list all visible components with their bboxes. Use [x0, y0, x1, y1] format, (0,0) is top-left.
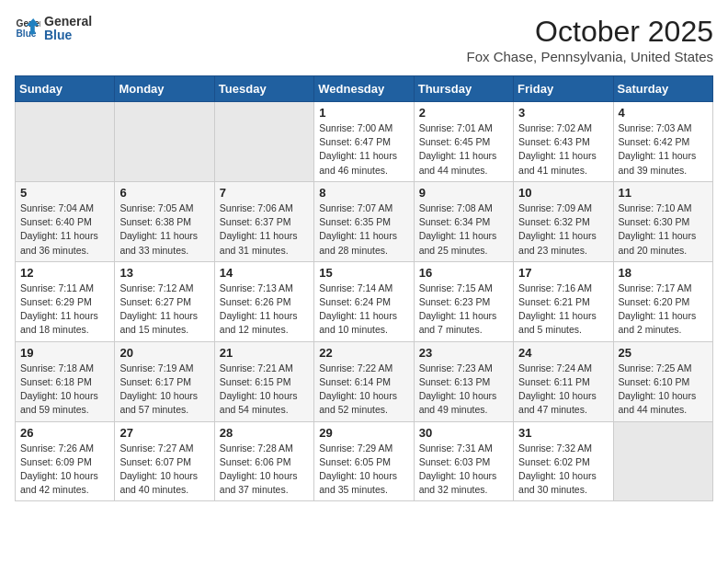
day-number: 24	[518, 346, 608, 360]
day-number: 9	[419, 186, 508, 200]
day-header-sunday: Sunday	[16, 76, 115, 102]
day-info: Sunrise: 7:06 AMSunset: 6:37 PMDaylight:…	[220, 201, 309, 258]
day-info: Sunrise: 7:10 AMSunset: 6:30 PMDaylight:…	[619, 201, 708, 258]
day-info: Sunrise: 7:23 AMSunset: 6:13 PMDaylight:…	[419, 362, 508, 418]
day-number: 14	[220, 266, 309, 280]
day-cell: 23Sunrise: 7:23 AMSunset: 6:13 PMDayligh…	[414, 341, 513, 421]
day-info: Sunrise: 7:09 AMSunset: 6:32 PMDaylight:…	[518, 201, 608, 258]
day-number: 10	[518, 186, 608, 200]
location-title: Fox Chase, Pennsylvania, United States	[467, 49, 713, 64]
day-cell: 6Sunrise: 7:05 AMSunset: 6:38 PMDaylight…	[115, 181, 214, 261]
logo: General Blue General Blue	[15, 15, 92, 43]
week-row-5: 26Sunrise: 7:26 AMSunset: 6:09 PMDayligh…	[16, 421, 713, 501]
day-number: 3	[518, 106, 608, 120]
day-number: 4	[619, 106, 708, 120]
day-number: 13	[119, 266, 209, 280]
day-cell: 16Sunrise: 7:15 AMSunset: 6:23 PMDayligh…	[414, 261, 513, 341]
day-number: 11	[619, 186, 708, 200]
day-header-tuesday: Tuesday	[214, 76, 313, 102]
day-info: Sunrise: 7:29 AMSunset: 6:05 PMDaylight:…	[319, 442, 408, 498]
week-row-2: 5Sunrise: 7:04 AMSunset: 6:40 PMDaylight…	[16, 181, 713, 261]
calendar-header-row: SundayMondayTuesdayWednesdayThursdayFrid…	[16, 76, 713, 102]
day-cell: 24Sunrise: 7:24 AMSunset: 6:11 PMDayligh…	[514, 341, 613, 421]
day-number: 21	[220, 346, 309, 360]
day-info: Sunrise: 7:02 AMSunset: 6:43 PMDaylight:…	[518, 121, 608, 178]
day-info: Sunrise: 7:26 AMSunset: 6:09 PMDaylight:…	[20, 442, 109, 498]
day-info: Sunrise: 7:22 AMSunset: 6:14 PMDaylight:…	[319, 362, 408, 418]
week-row-3: 12Sunrise: 7:11 AMSunset: 6:29 PMDayligh…	[16, 261, 713, 341]
day-cell: 1Sunrise: 7:00 AMSunset: 6:47 PMDaylight…	[314, 102, 414, 182]
week-row-4: 19Sunrise: 7:18 AMSunset: 6:18 PMDayligh…	[16, 341, 713, 421]
day-number: 15	[319, 266, 408, 280]
day-info: Sunrise: 7:12 AMSunset: 6:27 PMDaylight:…	[119, 282, 209, 338]
day-info: Sunrise: 7:08 AMSunset: 6:34 PMDaylight:…	[419, 201, 508, 258]
day-info: Sunrise: 7:24 AMSunset: 6:11 PMDaylight:…	[518, 362, 608, 418]
day-info: Sunrise: 7:28 AMSunset: 6:06 PMDaylight:…	[220, 442, 309, 498]
day-info: Sunrise: 7:14 AMSunset: 6:24 PMDaylight:…	[319, 282, 408, 338]
day-cell: 15Sunrise: 7:14 AMSunset: 6:24 PMDayligh…	[314, 261, 414, 341]
day-cell	[16, 102, 115, 182]
day-info: Sunrise: 7:18 AMSunset: 6:18 PMDaylight:…	[20, 362, 109, 418]
day-cell: 29Sunrise: 7:29 AMSunset: 6:05 PMDayligh…	[314, 421, 414, 501]
day-number: 7	[220, 186, 309, 200]
day-cell: 11Sunrise: 7:10 AMSunset: 6:30 PMDayligh…	[613, 181, 712, 261]
day-info: Sunrise: 7:04 AMSunset: 6:40 PMDaylight:…	[20, 201, 109, 258]
day-number: 25	[619, 346, 708, 360]
day-cell: 25Sunrise: 7:25 AMSunset: 6:10 PMDayligh…	[613, 341, 712, 421]
day-info: Sunrise: 7:13 AMSunset: 6:26 PMDaylight:…	[220, 282, 309, 338]
day-number: 31	[518, 426, 608, 440]
day-cell: 21Sunrise: 7:21 AMSunset: 6:15 PMDayligh…	[214, 341, 313, 421]
day-number: 16	[419, 266, 508, 280]
day-number: 5	[20, 186, 109, 200]
day-number: 12	[20, 266, 109, 280]
day-cell: 2Sunrise: 7:01 AMSunset: 6:45 PMDaylight…	[414, 102, 513, 182]
day-info: Sunrise: 7:03 AMSunset: 6:42 PMDaylight:…	[619, 121, 708, 178]
day-number: 23	[419, 346, 508, 360]
day-number: 2	[419, 106, 508, 120]
calendar-body: 1Sunrise: 7:00 AMSunset: 6:47 PMDaylight…	[16, 102, 713, 501]
day-info: Sunrise: 7:15 AMSunset: 6:23 PMDaylight:…	[419, 282, 508, 338]
day-cell: 12Sunrise: 7:11 AMSunset: 6:29 PMDayligh…	[16, 261, 115, 341]
day-cell: 9Sunrise: 7:08 AMSunset: 6:34 PMDaylight…	[414, 181, 513, 261]
day-cell	[115, 102, 214, 182]
day-number: 1	[319, 106, 408, 120]
day-cell: 14Sunrise: 7:13 AMSunset: 6:26 PMDayligh…	[214, 261, 313, 341]
day-number: 28	[220, 426, 309, 440]
day-number: 6	[119, 186, 209, 200]
week-row-1: 1Sunrise: 7:00 AMSunset: 6:47 PMDaylight…	[16, 102, 713, 182]
logo-general-text: General	[44, 15, 92, 29]
day-info: Sunrise: 7:21 AMSunset: 6:15 PMDaylight:…	[220, 362, 309, 418]
day-info: Sunrise: 7:01 AMSunset: 6:45 PMDaylight:…	[419, 121, 508, 178]
day-info: Sunrise: 7:07 AMSunset: 6:35 PMDaylight:…	[319, 201, 408, 258]
day-cell: 28Sunrise: 7:28 AMSunset: 6:06 PMDayligh…	[214, 421, 313, 501]
header: General Blue General Blue October 2025 F…	[15, 15, 713, 64]
day-info: Sunrise: 7:05 AMSunset: 6:38 PMDaylight:…	[119, 201, 209, 258]
day-number: 20	[119, 346, 209, 360]
day-cell	[214, 102, 313, 182]
calendar-table: SundayMondayTuesdayWednesdayThursdayFrid…	[15, 75, 713, 501]
day-cell: 22Sunrise: 7:22 AMSunset: 6:14 PMDayligh…	[314, 341, 414, 421]
day-info: Sunrise: 7:19 AMSunset: 6:17 PMDaylight:…	[119, 362, 209, 418]
day-cell: 26Sunrise: 7:26 AMSunset: 6:09 PMDayligh…	[16, 421, 115, 501]
day-cell: 27Sunrise: 7:27 AMSunset: 6:07 PMDayligh…	[115, 421, 214, 501]
day-info: Sunrise: 7:16 AMSunset: 6:21 PMDaylight:…	[518, 282, 608, 338]
day-info: Sunrise: 7:32 AMSunset: 6:02 PMDaylight:…	[518, 442, 608, 498]
day-cell: 8Sunrise: 7:07 AMSunset: 6:35 PMDaylight…	[314, 181, 414, 261]
day-info: Sunrise: 7:27 AMSunset: 6:07 PMDaylight:…	[119, 442, 209, 498]
day-number: 17	[518, 266, 608, 280]
day-info: Sunrise: 7:11 AMSunset: 6:29 PMDaylight:…	[20, 282, 109, 338]
day-cell: 3Sunrise: 7:02 AMSunset: 6:43 PMDaylight…	[514, 102, 613, 182]
day-info: Sunrise: 7:25 AMSunset: 6:10 PMDaylight:…	[619, 362, 708, 418]
day-cell: 19Sunrise: 7:18 AMSunset: 6:18 PMDayligh…	[16, 341, 115, 421]
day-number: 19	[20, 346, 109, 360]
day-number: 30	[419, 426, 508, 440]
title-section: October 2025 Fox Chase, Pennsylvania, Un…	[467, 15, 713, 64]
day-cell: 4Sunrise: 7:03 AMSunset: 6:42 PMDaylight…	[613, 102, 712, 182]
day-cell: 31Sunrise: 7:32 AMSunset: 6:02 PMDayligh…	[514, 421, 613, 501]
day-cell: 17Sunrise: 7:16 AMSunset: 6:21 PMDayligh…	[514, 261, 613, 341]
logo-icon: General Blue	[15, 16, 40, 41]
day-cell: 5Sunrise: 7:04 AMSunset: 6:40 PMDaylight…	[16, 181, 115, 261]
day-header-friday: Friday	[514, 76, 613, 102]
day-header-wednesday: Wednesday	[314, 76, 414, 102]
day-info: Sunrise: 7:00 AMSunset: 6:47 PMDaylight:…	[319, 121, 408, 178]
